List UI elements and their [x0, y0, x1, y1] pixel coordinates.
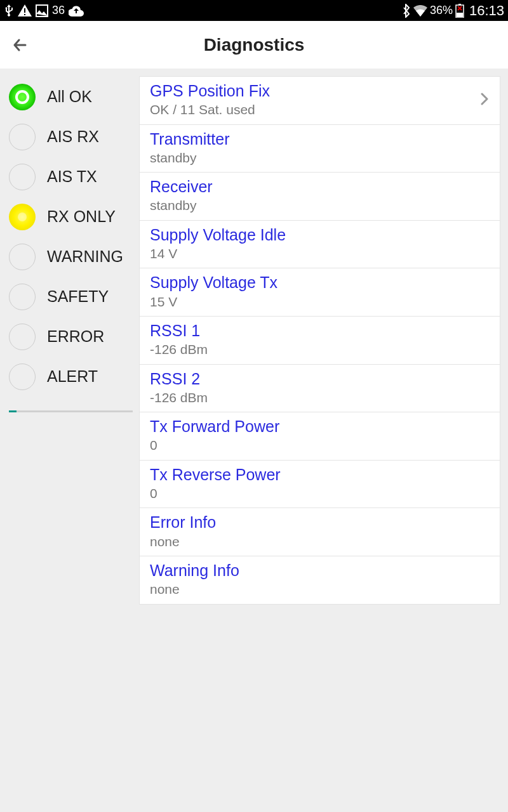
statusbar-time: 16:13: [469, 3, 504, 19]
status-label: ALERT: [47, 367, 98, 386]
diagnostic-texts: Supply Voltage Tx15 V: [150, 273, 490, 311]
diagnostic-value: none: [150, 580, 490, 598]
diagnostic-row: Warning Infonone: [140, 556, 500, 604]
warning-icon: [18, 4, 32, 17]
diagnostic-texts: Supply Voltage Idle14 V: [150, 225, 490, 263]
diagnostic-row[interactable]: GPS Position FixOK / 11 Sat. used: [140, 77, 500, 125]
image-icon: [36, 4, 48, 17]
diagnostic-row: Receiverstandby: [140, 173, 500, 221]
status-dot-icon: [9, 164, 36, 190]
diagnostic-texts: Receiverstandby: [150, 177, 490, 215]
back-button[interactable]: [10, 35, 30, 55]
diagnostic-row: Error Infonone: [140, 508, 500, 556]
status-label: AIS TX: [47, 167, 97, 186]
diagnostic-title: Supply Voltage Idle: [150, 225, 490, 245]
svg-rect-1: [24, 14, 25, 15]
battery-icon: [455, 4, 464, 18]
diagnostic-value: 15 V: [150, 293, 490, 311]
page-title: Diagnostics: [30, 35, 478, 55]
diagnostic-row: Tx Reverse Power0: [140, 461, 500, 509]
usb-icon: [4, 4, 14, 17]
bluetooth-icon: [402, 4, 411, 18]
status-sidebar: All OKAIS RXAIS TXRX ONLYWARNINGSAFETYER…: [0, 69, 139, 605]
diagnostic-texts: Tx Reverse Power0: [150, 465, 490, 503]
diagnostic-title: Error Info: [150, 513, 490, 532]
status-dot-icon: [9, 244, 36, 270]
status-dot-icon: [9, 84, 36, 110]
chevron-right-icon: [479, 91, 490, 109]
diagnostic-title: RSSI 2: [150, 369, 490, 389]
android-statusbar: 36 36% 16:13: [0, 0, 508, 21]
status-item[interactable]: WARNING: [9, 237, 139, 277]
status-item[interactable]: AIS TX: [9, 157, 139, 197]
diagnostics-panel: GPS Position FixOK / 11 Sat. usedTransmi…: [139, 69, 508, 605]
diagnostic-title: Warning Info: [150, 561, 490, 580]
content: All OKAIS RXAIS TXRX ONLYWARNINGSAFETYER…: [0, 69, 508, 605]
diagnostic-title: Supply Voltage Tx: [150, 273, 490, 292]
battery-percent: 36%: [430, 4, 453, 17]
diagnostic-value: none: [150, 533, 490, 551]
status-item[interactable]: All OK: [9, 77, 139, 117]
diagnostic-value: standby: [150, 197, 490, 214]
status-item[interactable]: AIS RX: [9, 117, 139, 157]
diagnostic-value: OK / 11 Sat. used: [150, 101, 479, 119]
diagnostic-texts: Error Infonone: [150, 513, 490, 551]
wifi-icon: [413, 5, 427, 16]
diagnostic-title: RSSI 1: [150, 321, 490, 341]
diagnostic-row: Supply Voltage Tx15 V: [140, 268, 500, 317]
diagnostic-title: Tx Forward Power: [150, 417, 490, 436]
status-label: WARNING: [47, 247, 123, 266]
status-item[interactable]: RX ONLY: [9, 197, 139, 237]
status-item[interactable]: ALERT: [9, 357, 139, 396]
diagnostic-value: -126 dBm: [150, 389, 490, 407]
diagnostic-value: 0: [150, 436, 490, 454]
status-dot-icon: [9, 324, 36, 350]
diagnostic-row: Supply Voltage Idle14 V: [140, 221, 500, 269]
status-label: All OK: [47, 88, 92, 106]
diagnostic-row: RSSI 2-126 dBm: [140, 365, 500, 413]
app-header: Diagnostics: [0, 21, 508, 69]
cloud-upload-icon: [69, 5, 84, 16]
diagnostic-texts: RSSI 1-126 dBm: [150, 321, 490, 359]
status-label: RX ONLY: [47, 207, 116, 226]
diagnostic-title: Transmitter: [150, 129, 490, 149]
diagnostic-texts: Warning Infonone: [150, 561, 490, 599]
diagnostic-texts: Tx Forward Power0: [150, 417, 490, 455]
svg-rect-0: [24, 8, 25, 13]
statusbar-right: 36% 16:13: [402, 3, 504, 19]
status-dot-icon: [9, 363, 36, 390]
status-item[interactable]: ERROR: [9, 317, 139, 357]
status-item[interactable]: SAFETY: [9, 277, 139, 317]
statusbar-left: 36: [4, 4, 84, 17]
diagnostic-texts: RSSI 2-126 dBm: [150, 369, 490, 407]
status-dot-icon: [9, 204, 36, 230]
diagnostic-title: Tx Reverse Power: [150, 465, 490, 485]
diagnostic-texts: Transmitterstandby: [150, 129, 490, 167]
arrow-left-icon: [11, 36, 29, 54]
diagnostics-list[interactable]: GPS Position FixOK / 11 Sat. usedTransmi…: [139, 76, 500, 605]
svg-rect-4: [458, 4, 461, 5]
diagnostic-texts: GPS Position FixOK / 11 Sat. used: [150, 81, 479, 119]
status-dot-icon: [9, 124, 36, 150]
diagnostic-value: standby: [150, 149, 490, 167]
diagnostic-title: Receiver: [150, 177, 490, 197]
diagnostic-value: 14 V: [150, 245, 490, 263]
diagnostic-value: 0: [150, 485, 490, 502]
diagnostic-title: GPS Position Fix: [150, 81, 479, 101]
status-label: ERROR: [47, 327, 104, 346]
diagnostic-row: Tx Forward Power0: [140, 412, 500, 461]
sidebar-divider: [9, 410, 133, 412]
statusbar-number: 36: [52, 4, 65, 17]
diagnostic-row: Transmitterstandby: [140, 125, 500, 173]
status-label: SAFETY: [47, 287, 109, 306]
diagnostic-row: RSSI 1-126 dBm: [140, 317, 500, 365]
diagnostic-value: -126 dBm: [150, 341, 490, 358]
status-dot-icon: [9, 284, 36, 310]
status-label: AIS RX: [47, 128, 99, 146]
svg-rect-5: [457, 13, 463, 17]
